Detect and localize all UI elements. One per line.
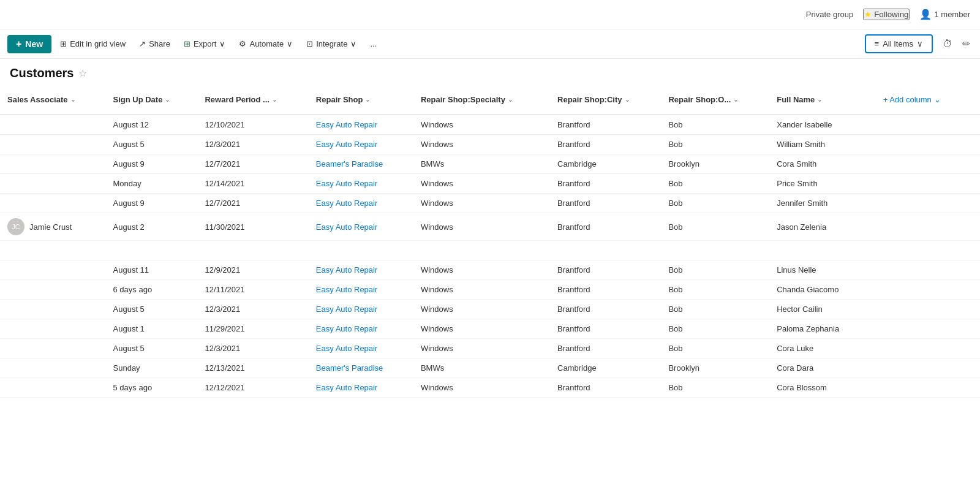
col-repair-shop-city[interactable]: Repair Shop:City ⌄ [550, 85, 661, 115]
cell-sign-up-date: Monday [106, 174, 198, 194]
share-button[interactable]: ↗ Share [133, 36, 176, 51]
cell-repair-shop[interactable]: Easy Auto Repair [309, 115, 413, 135]
cell-sales-associate [0, 260, 106, 280]
new-button[interactable]: + New [7, 35, 51, 53]
add-column-label: + Add column [883, 95, 932, 104]
cell-sign-up-date: August 2 [106, 213, 198, 241]
cell-repair-shop[interactable]: Easy Auto Repair [309, 213, 413, 241]
cell-repair-shop[interactable]: Easy Auto Repair [309, 174, 413, 194]
cell-repair-shop[interactable]: Beamer's Paradise [309, 358, 413, 378]
edit-grid-view-button[interactable]: ⊞ Edit in grid view [54, 36, 132, 51]
automate-button[interactable]: ⚙ Automate ∨ [233, 36, 299, 51]
cell-add-column [869, 135, 980, 154]
cell-add-column [869, 115, 980, 135]
cell-reward-period: 12/7/2021 [197, 194, 308, 213]
member-info: 👤 1 member [919, 9, 970, 20]
integrate-button[interactable]: ⊡ Integrate ∨ [300, 36, 363, 51]
cell-repair-shop[interactable]: Beamer's Paradise [309, 154, 413, 174]
col-sales-associate[interactable]: Sales Associate ⌄ [0, 85, 106, 115]
cell-add-column [869, 260, 980, 280]
cell-city: Cambridge [550, 154, 661, 174]
avatar: JC [7, 218, 24, 235]
cell-repair-shop[interactable]: Easy Auto Repair [309, 300, 413, 319]
toolbar: + New ⊞ Edit in grid view ↗ Share ⊞ Expo… [0, 29, 980, 59]
cell-full-name: Xander Isabelle [769, 115, 868, 135]
cell-specialty: BMWs [413, 154, 550, 174]
sort-arrow-icon: ⌄ [165, 96, 170, 103]
edit-icon-button[interactable]: ✏ [960, 36, 973, 52]
cell-specialty: Windows [413, 319, 550, 339]
cell-sales-associate [0, 300, 106, 319]
new-label: New [25, 39, 43, 49]
cell-repair-shop[interactable]: Easy Auto Repair [309, 339, 413, 358]
col-reward-period[interactable]: Reward Period ... ⌄ [197, 85, 308, 115]
sort-arrow-icon: ⌄ [272, 96, 277, 103]
add-column-chevron-icon: ⌄ [934, 95, 941, 104]
cell-specialty: Windows [413, 260, 550, 280]
cell-reward-period: 11/29/2021 [197, 319, 308, 339]
cell-full-name: Linus Nelle [769, 260, 868, 280]
table-row: August 1212/10/2021Easy Auto RepairWindo… [0, 115, 980, 135]
cell-sign-up-date: August 1 [106, 319, 198, 339]
cell-full-name: Price Smith [769, 174, 868, 194]
cell-city: Brantford [550, 135, 661, 154]
cell-city: Cambridge [550, 358, 661, 378]
col-repair-shop-owner[interactable]: Repair Shop:O... ⌄ [661, 85, 769, 115]
cell-sign-up-date: August 9 [106, 194, 198, 213]
cell-reward-period: 12/10/2021 [197, 115, 308, 135]
cell-add-column [869, 280, 980, 300]
cell-sign-up-date: Sunday [106, 358, 198, 378]
cell-specialty: Windows [413, 194, 550, 213]
col-repair-shop[interactable]: Repair Shop ⌄ [309, 85, 413, 115]
top-bar-right: Private group ★ Following 👤 1 member [806, 9, 970, 20]
cell-add-column [869, 194, 980, 213]
cell-owner: Bob [661, 213, 769, 241]
avatar-cell: JCJamie Crust [7, 218, 99, 235]
cell-sign-up-date: August 12 [106, 115, 198, 135]
all-items-button[interactable]: ≡ All Items ∨ [865, 34, 933, 53]
private-group-label: Private group [806, 10, 853, 19]
page-title-bar: Customers ☆ [0, 59, 980, 85]
cell-reward-period: 12/3/2021 [197, 300, 308, 319]
filter-icon-button[interactable]: ⏱ [940, 36, 955, 52]
cell-sign-up-date: August 5 [106, 339, 198, 358]
col-full-name[interactable]: Full Name ⌄ [769, 85, 868, 115]
table-row: 6 days ago12/11/2021Easy Auto RepairWind… [0, 280, 980, 300]
cell-specialty: Windows [413, 213, 550, 241]
cell-full-name: William Smith [769, 135, 868, 154]
cell-add-column [869, 154, 980, 174]
col-add-column[interactable]: + Add column ⌄ [869, 85, 980, 115]
cell-repair-shop[interactable]: Easy Auto Repair [309, 135, 413, 154]
following-button[interactable]: ★ Following [863, 9, 910, 20]
cell-repair-shop[interactable]: Easy Auto Repair [309, 280, 413, 300]
cell-sign-up-date: 6 days ago [106, 280, 198, 300]
sort-arrow-icon: ⌄ [70, 96, 75, 103]
cell-full-name: Chanda Giacomo [769, 280, 868, 300]
cell-add-column [869, 174, 980, 194]
cell-owner: Bob [661, 378, 769, 398]
cell-owner: Bob [661, 115, 769, 135]
cell-specialty: Windows [413, 339, 550, 358]
export-button[interactable]: ⊞ Export ∨ [178, 36, 232, 51]
cell-repair-shop[interactable]: Easy Auto Repair [309, 319, 413, 339]
cell-specialty: Windows [413, 135, 550, 154]
all-items-chevron-icon: ∨ [917, 39, 923, 48]
toolbar-actions: ⊞ Edit in grid view ↗ Share ⊞ Export ∨ ⚙… [54, 36, 862, 51]
cell-add-column [869, 358, 980, 378]
automate-chevron-icon: ∨ [287, 39, 293, 48]
col-sign-up-date[interactable]: Sign Up Date ⌄ [106, 85, 198, 115]
cell-add-column [869, 213, 980, 241]
cell-specialty: BMWs [413, 358, 550, 378]
cell-owner: Bob [661, 260, 769, 280]
col-repair-shop-specialty[interactable]: Repair Shop:Specialty ⌄ [413, 85, 550, 115]
cell-repair-shop[interactable]: Easy Auto Repair [309, 194, 413, 213]
sort-arrow-icon: ⌄ [365, 96, 370, 103]
cell-sales-associate [0, 319, 106, 339]
cell-repair-shop[interactable]: Easy Auto Repair [309, 260, 413, 280]
cell-repair-shop[interactable]: Easy Auto Repair [309, 378, 413, 398]
more-button[interactable]: ... [364, 36, 383, 51]
table-row: Sunday12/13/2021Beamer's ParadiseBMWsCam… [0, 358, 980, 378]
cell-specialty: Windows [413, 280, 550, 300]
favorite-star-icon[interactable]: ☆ [78, 67, 87, 79]
add-column-button[interactable]: + Add column ⌄ [876, 90, 948, 109]
